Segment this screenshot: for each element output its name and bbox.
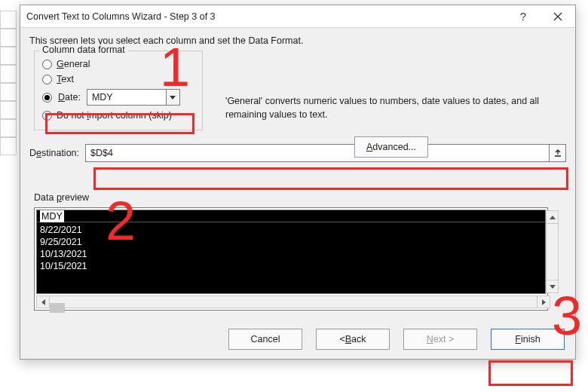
- dialog-footer: Cancel < Back Next > Finish: [20, 320, 575, 359]
- radio-icon: [42, 60, 52, 69]
- column-data-format-legend: Column data format: [39, 44, 128, 55]
- scroll-up-button[interactable]: [547, 211, 558, 224]
- back-button[interactable]: < Back: [316, 329, 390, 350]
- radio-date-label: Date:: [58, 92, 81, 103]
- format-description-area: 'General' converts numeric values to num…: [225, 94, 557, 158]
- triangle-left-icon: [41, 299, 45, 305]
- scroll-right-button[interactable]: [537, 296, 550, 308]
- annotation-number-1: 1: [160, 36, 190, 98]
- titlebar: Convert Text to Columns Wizard - Step 3 …: [20, 5, 575, 28]
- destination-label: Destination:: [29, 148, 79, 158]
- scroll-thumb[interactable]: [50, 303, 65, 313]
- annotation-box-destination: [93, 167, 568, 190]
- preview-vertical-scrollbar[interactable]: [546, 210, 559, 293]
- annotation-number-2: 2: [106, 190, 136, 252]
- annotation-box-finish: [488, 360, 573, 386]
- format-description: 'General' converts numeric values to num…: [225, 94, 557, 121]
- triangle-right-icon: [542, 299, 546, 305]
- radio-general-label: General: [57, 59, 90, 69]
- scroll-left-button[interactable]: [37, 296, 50, 308]
- next-button: Next >: [403, 329, 477, 350]
- cancel-button[interactable]: Cancel: [228, 329, 302, 350]
- close-button[interactable]: [541, 5, 575, 28]
- dialog-title: Convert Text to Columns Wizard - Step 3 …: [20, 11, 506, 22]
- radio-text-label: Text: [57, 74, 74, 84]
- annotation-box-date: [45, 113, 194, 134]
- close-icon: [553, 12, 562, 21]
- date-format-value: MDY: [87, 92, 166, 103]
- annotation-number-3: 3: [552, 285, 582, 347]
- preview-row: 10/15/2021: [40, 260, 542, 272]
- triangle-up-icon: [550, 216, 556, 219]
- radio-icon: [42, 93, 52, 103]
- advanced-button[interactable]: Advanced...: [354, 136, 428, 158]
- preview-header-selected: MDY: [40, 210, 64, 222]
- preview-horizontal-scrollbar[interactable]: [36, 296, 550, 308]
- help-button[interactable]: ?: [506, 5, 541, 28]
- radio-icon: [42, 75, 52, 84]
